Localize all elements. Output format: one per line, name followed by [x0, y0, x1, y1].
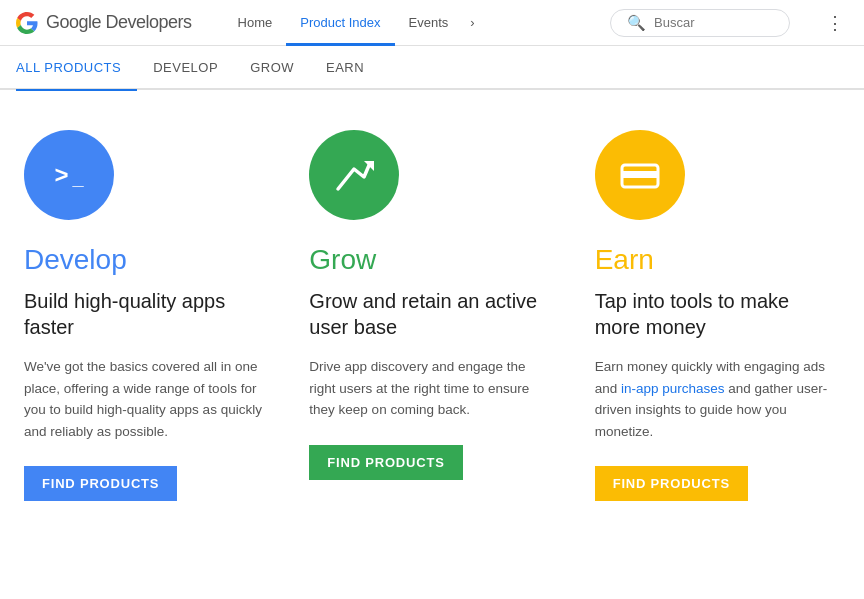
search-input[interactable]: [654, 15, 754, 30]
grow-icon-circle: [309, 130, 399, 220]
sub-nav: ALL PRODUCTS DEVELOP GROW EARN: [0, 46, 864, 90]
grow-title: Grow: [309, 244, 554, 276]
search-icon: 🔍: [627, 14, 646, 32]
logo-text: Google Developers: [46, 12, 192, 33]
earn-card: Earn Tap into tools to make more money E…: [595, 130, 840, 501]
subnav-earn[interactable]: EARN: [310, 45, 380, 89]
grow-find-button[interactable]: FIND PRODUCTS: [309, 445, 462, 480]
google-logo: [16, 12, 38, 34]
subnav-all-products[interactable]: ALL PRODUCTS: [16, 45, 137, 89]
nav-events[interactable]: Events: [395, 0, 463, 46]
earn-subtitle: Tap into tools to make more money: [595, 288, 840, 340]
earn-card-icon: [616, 151, 664, 199]
subnav-grow[interactable]: GROW: [234, 45, 310, 89]
chevron-right-icon: ›: [470, 15, 474, 30]
develop-subtitle: Build high-quality apps faster: [24, 288, 269, 340]
top-nav: Google Developers Home Product Index Eve…: [0, 0, 864, 46]
nav-product-index[interactable]: Product Index: [286, 0, 394, 46]
grow-card: Grow Grow and retain an active user base…: [309, 130, 554, 501]
nav-more[interactable]: ›: [462, 15, 482, 30]
earn-find-button[interactable]: FIND PRODUCTS: [595, 466, 748, 501]
svg-rect-2: [622, 171, 658, 178]
google-g-icon: [16, 12, 38, 34]
logo-area: Google Developers: [16, 12, 192, 34]
cards-row: >_ Develop Build high-quality apps faste…: [24, 130, 840, 501]
nav-home[interactable]: Home: [224, 0, 287, 46]
grow-chart-icon: [332, 153, 376, 197]
terminal-icon: >_: [54, 161, 83, 189]
grow-subtitle: Grow and retain an active user base: [309, 288, 554, 340]
more-options-icon[interactable]: ⋮: [822, 12, 848, 34]
search-area: 🔍: [610, 9, 790, 37]
earn-desc: Earn money quickly with engaging ads and…: [595, 356, 840, 442]
earn-title: Earn: [595, 244, 840, 276]
main-content: >_ Develop Build high-quality apps faste…: [0, 90, 864, 541]
nav-links: Home Product Index Events ›: [224, 0, 586, 46]
develop-title: Develop: [24, 244, 269, 276]
develop-desc: We've got the basics covered all in one …: [24, 356, 269, 442]
in-app-purchases-link[interactable]: in-app purchases: [621, 381, 725, 396]
grow-desc: Drive app discovery and engage the right…: [309, 356, 554, 421]
develop-icon-circle: >_: [24, 130, 114, 220]
develop-find-button[interactable]: FIND PRODUCTS: [24, 466, 177, 501]
subnav-develop[interactable]: DEVELOP: [137, 45, 234, 89]
develop-card: >_ Develop Build high-quality apps faste…: [24, 130, 269, 501]
earn-icon-circle: [595, 130, 685, 220]
